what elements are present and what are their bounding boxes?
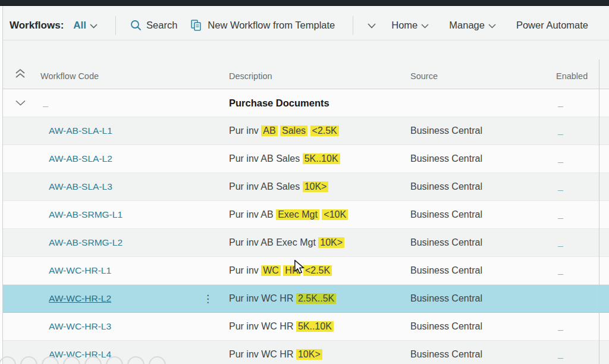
menu-manage[interactable]: Manage: [449, 20, 496, 31]
workflow-code-cell: AW-AB-SLA-L1: [40, 125, 229, 136]
view-filter-value: All: [73, 20, 86, 32]
view-filter-dropdown[interactable]: All: [73, 20, 98, 32]
chevron-down-icon: [421, 20, 429, 31]
workflow-code-cell: AW-WC-HR-L1: [40, 265, 229, 276]
enabled-cell: _: [556, 265, 609, 276]
source-cell: Business Central: [410, 237, 556, 248]
workflow-code-cell: AW-AB-SRMG-L2: [40, 237, 229, 248]
enabled-cell: _: [556, 237, 609, 248]
highlighted-text: 10K>: [303, 181, 329, 192]
description-cell: Pur inv AB Sales <2.5K: [229, 125, 410, 136]
workflow-code-link[interactable]: AW-AB-SLA-L1: [49, 125, 112, 136]
description-cell: Pur inv WC HR <2.5K: [229, 265, 410, 276]
page-title: Workflows:: [10, 20, 64, 32]
highlighted-text: 2.5K..5K: [296, 293, 336, 304]
menu-power-automate[interactable]: Power Automate: [516, 20, 588, 31]
workflow-code-cell: AW-WC-HR-L3: [40, 321, 229, 332]
collapse-all-button[interactable]: [0, 68, 40, 81]
source-cell: Business Central: [410, 153, 556, 164]
highlighted-text: 5K..10K: [303, 153, 340, 164]
workflow-code-cell: AW-AB-SRMG-L1: [40, 209, 229, 220]
search-icon: [130, 20, 142, 31]
table-row[interactable]: AW-AB-SLA-L3Pur inv AB Sales 10K>Busines…: [0, 173, 609, 201]
group-row-purchase-documents[interactable]: _ Purchase Documents _: [0, 89, 609, 117]
more-commands-button[interactable]: [368, 20, 376, 31]
table-row[interactable]: AW-AB-SRMG-L1Pur inv AB Exec Mgt <10KBus…: [0, 201, 609, 229]
workflow-code-link[interactable]: AW-AB-SLA-L3: [49, 181, 112, 192]
copy-document-icon: [190, 19, 203, 32]
highlighted-text: <2.5K: [310, 125, 339, 136]
highlighted-text: 10K>: [296, 349, 322, 360]
menu-manage-label: Manage: [449, 20, 485, 31]
window-left-edge: [0, 6, 3, 364]
workflow-code-cell: AW-AB-SLA-L3: [40, 181, 229, 192]
workflow-code-cell: AW-WC-HR-L2: [40, 293, 229, 304]
description-cell: Pur inv AB Sales 10K>: [229, 181, 410, 192]
source-cell: Business Central: [410, 321, 556, 332]
source-cell: Business Central: [410, 209, 556, 220]
menu-home-label: Home: [391, 20, 417, 31]
group-enabled-value: _: [556, 98, 609, 108]
column-header-description[interactable]: Description: [229, 71, 410, 81]
column-header-enabled[interactable]: Enabled: [556, 71, 609, 81]
highlighted-text: <10K: [322, 209, 348, 220]
table-row[interactable]: AW-AB-SLA-L1Pur inv AB Sales <2.5KBusine…: [0, 117, 609, 145]
highlighted-text: Sales: [280, 125, 307, 136]
table-row[interactable]: AW-AB-SLA-L2Pur inv AB Sales 5K..10KBusi…: [0, 145, 609, 173]
column-header-source[interactable]: Source: [410, 71, 556, 81]
workflow-code-link[interactable]: AW-WC-HR-L1: [49, 265, 111, 275]
table-row[interactable]: AW-WC-HR-L2Pur inv WC HR 2.5K..5KBusines…: [0, 285, 609, 313]
chevron-down-icon: [488, 20, 496, 31]
toolbar-divider: [353, 16, 353, 35]
highlighted-text: AB: [261, 125, 277, 136]
workflow-code-link[interactable]: AW-WC-HR-L2: [49, 293, 111, 303]
new-workflow-from-template-button[interactable]: New Workflow from Template: [190, 19, 335, 32]
action-toolbar: Workflows: All Search New Workflow from …: [0, 6, 609, 40]
description-cell: Pur inv AB Exec Mgt 10K>: [229, 237, 410, 248]
highlighted-text: 5K..10K: [296, 321, 334, 332]
description-cell: Pur inv AB Sales 5K..10K: [229, 153, 410, 164]
workflow-code-link[interactable]: AW-WC-HR-L3: [49, 321, 111, 331]
highlighted-text: WC: [261, 265, 281, 276]
enabled-cell: _: [556, 153, 609, 164]
source-cell: Business Central: [410, 349, 556, 360]
group-code-placeholder: _: [40, 98, 229, 108]
description-cell: Pur inv AB Exec Mgt <10K: [229, 209, 410, 220]
source-cell: Business Central: [410, 125, 556, 136]
workflow-code-link[interactable]: AW-AB-SRMG-L2: [49, 237, 123, 247]
row-kebab-menu-icon[interactable]: ⋮: [203, 294, 213, 304]
search-button[interactable]: Search: [130, 20, 177, 31]
enabled-cell: _: [556, 181, 609, 192]
chevron-down-icon: [368, 20, 376, 31]
source-cell: Business Central: [410, 181, 556, 192]
chevron-down-icon: [90, 20, 98, 31]
table-right-border: [599, 59, 599, 364]
table-body: AW-AB-SLA-L1Pur inv AB Sales <2.5KBusine…: [0, 117, 609, 364]
new-workflow-from-template-label: New Workflow from Template: [208, 20, 335, 31]
menu-home[interactable]: Home: [391, 20, 429, 31]
mouse-cursor-icon: [294, 260, 307, 277]
highlighted-text: <2.5K: [303, 265, 332, 276]
table-header-row: Workflow Code Description Source Enabled: [0, 40, 609, 89]
workflow-code-link[interactable]: AW-AB-SLA-L2: [49, 153, 112, 164]
table-row[interactable]: AW-AB-SRMG-L2Pur inv AB Exec Mgt 10K>Bus…: [0, 229, 609, 257]
menu-power-automate-label: Power Automate: [516, 20, 588, 31]
workflow-code-link[interactable]: AW-WC-HR-L4: [49, 349, 111, 359]
workflow-code-cell: AW-AB-SLA-L2: [40, 153, 229, 164]
double-chevron-up-icon: [14, 68, 26, 80]
enabled-cell: _: [556, 321, 609, 332]
description-cell: Pur inv WC HR 10K>: [229, 349, 410, 360]
source-cell: Business Central: [410, 265, 556, 276]
workflow-code-link[interactable]: AW-AB-SRMG-L1: [49, 209, 123, 219]
table-row[interactable]: AW-WC-HR-L3Pur inv WC HR 5K..10KBusiness…: [0, 313, 609, 341]
toolbar-divider: [115, 16, 116, 35]
enabled-cell: _: [556, 349, 609, 360]
highlighted-text: 10K>: [318, 237, 344, 248]
chevron-down-icon: [15, 98, 26, 108]
description-cell: Pur inv WC HR 5K..10K: [229, 321, 410, 332]
search-label: Search: [146, 20, 177, 31]
column-header-workflow-code[interactable]: Workflow Code: [40, 71, 229, 81]
source-cell: Business Central: [410, 293, 556, 304]
expand-group-button[interactable]: [0, 98, 40, 108]
highlighted-text: Exec Mgt: [276, 209, 319, 220]
